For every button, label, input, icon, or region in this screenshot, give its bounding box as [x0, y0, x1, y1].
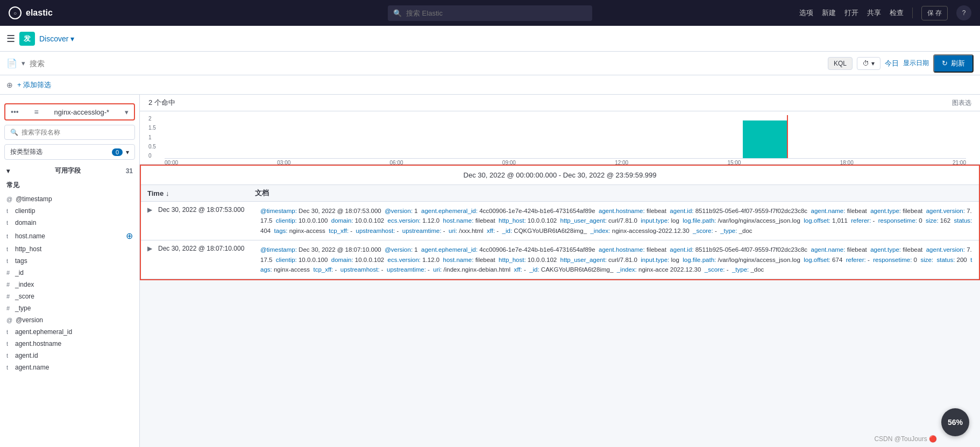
kql-button[interactable]: KQL	[828, 57, 853, 70]
discover-chevron-icon: ▾	[70, 34, 74, 43]
new-link[interactable]: 新建	[822, 8, 836, 18]
share-link[interactable]: 共享	[867, 8, 881, 18]
discover-label: Discover	[39, 34, 68, 43]
field-item-type[interactable]: # _type	[0, 302, 139, 314]
menu-toggle-icon[interactable]: ☰	[6, 33, 15, 45]
chart-toggle-button[interactable]: 图表选	[952, 98, 971, 108]
field-type-icon: #	[6, 269, 12, 276]
today-button[interactable]: 今日	[885, 59, 899, 68]
time-button[interactable]: ⏱ ▾	[857, 57, 880, 70]
field-name: _score	[15, 293, 34, 300]
results-table: Dec 30, 2022 @ 00:00:00.000 - Dec 30, 20…	[140, 165, 980, 280]
col-doc-header: 文档	[255, 188, 972, 198]
chart-area: 2 1.5 1 0.5 0	[140, 111, 980, 165]
search-row-chevron[interactable]: ▾	[22, 59, 25, 67]
field-item-version[interactable]: @ @version	[0, 314, 139, 326]
field-type-icon: t	[6, 329, 12, 335]
available-fields-toggle-icon[interactable]: ▾	[6, 167, 10, 175]
field-item-agent-hostname[interactable]: t agent.hostname	[0, 338, 139, 350]
refresh-button[interactable]: ↻ 刷新	[933, 54, 974, 73]
table-row[interactable]: ▶ Dec 30, 2022 @ 18:07:10.000 @timestamp…	[141, 240, 979, 279]
field-type-icon: #	[6, 281, 12, 288]
options-link[interactable]: 选项	[799, 8, 813, 18]
field-item-timestamp[interactable]: @ @timestamp	[0, 193, 139, 205]
field-name: @version	[16, 316, 43, 324]
y-label-2: 2	[148, 116, 156, 122]
x-label-6: 06:00	[390, 160, 403, 166]
nav-divider	[912, 8, 913, 18]
sidebar: ••• ≡ nginx-accesslog-* ▾ 🔍 按类型筛选 0 ▾ ▾ …	[0, 95, 140, 447]
refresh-label: 刷新	[951, 59, 965, 68]
table-columns: Time ↓ 文档	[141, 185, 979, 202]
chart-canvas: 2 1.5 1 0.5 0	[148, 116, 971, 164]
field-item-index[interactable]: # _index	[0, 279, 139, 290]
field-type-icon: t	[6, 340, 12, 347]
x-label-0: 00:00	[165, 160, 178, 166]
discover-button[interactable]: Discover ▾	[39, 34, 74, 43]
app-badge: 发	[19, 32, 35, 46]
y-label-1: 1	[148, 134, 156, 140]
global-search-icon: 🔍	[393, 9, 402, 17]
field-type-icon: @	[6, 317, 12, 323]
field-item-domain[interactable]: t domain	[0, 217, 139, 229]
index-pattern-selector[interactable]: ••• ≡ nginx-accesslog-* ▾	[4, 103, 135, 120]
top-nav-right: 选项 新建 打开 共享 检查 保 存 ?	[799, 5, 971, 20]
field-item-id[interactable]: # _id	[0, 267, 139, 279]
field-name: tags	[15, 257, 27, 265]
fields-list: @ @timestamp t clientip t domain t host.…	[0, 193, 139, 373]
field-name: clientip	[15, 207, 35, 215]
content-area: 2 个命中 图表选 2 1.5 1 0.5 0	[140, 95, 980, 447]
field-item-tags[interactable]: t tags	[0, 255, 139, 267]
add-filter-button[interactable]: + 添加筛选	[17, 80, 51, 90]
help-icon[interactable]: ?	[956, 5, 971, 20]
field-type-icon: t	[6, 352, 12, 359]
field-add-icon[interactable]: ⊕	[126, 231, 133, 241]
field-item-http-host[interactable]: t http_host	[0, 243, 139, 255]
fields-icon: ≡	[34, 108, 39, 116]
elastic-logo-text: elastic	[26, 8, 53, 18]
field-name: _id	[15, 269, 24, 276]
global-search-input[interactable]	[388, 5, 592, 21]
scroll-percentage-badge[interactable]: 56%	[941, 408, 969, 436]
inspect-link[interactable]: 检查	[890, 8, 904, 18]
search-row-icon: 📄	[6, 58, 17, 68]
index-pattern-label: nginx-accesslog-*	[54, 108, 110, 116]
row-expand-icon[interactable]: ▶	[147, 245, 156, 274]
filter-by-type-label: 按类型筛选	[10, 147, 42, 157]
row-expand-icon[interactable]: ▶	[147, 206, 156, 236]
field-search-input[interactable]	[22, 129, 129, 136]
field-type-icon: t	[6, 258, 12, 264]
search-input[interactable]	[30, 59, 823, 68]
available-fields-header: ▾ 可用字段 31	[0, 162, 139, 178]
available-fields-label: 可用字段	[55, 166, 81, 175]
field-type-icon: @	[6, 196, 12, 202]
field-item-ephemeral-id[interactable]: t agent.ephemeral_id	[0, 326, 139, 338]
open-link[interactable]: 打开	[844, 8, 858, 18]
field-name: _type	[15, 304, 31, 312]
index-dots-button[interactable]: •••	[11, 108, 19, 116]
field-search-icon: 🔍	[10, 129, 18, 136]
field-item-agent-name[interactable]: t agent.name	[0, 361, 139, 373]
field-name: agent.ephemeral_id	[15, 328, 72, 336]
main-content: ••• ≡ nginx-accesslog-* ▾ 🔍 按类型筛选 0 ▾ ▾ …	[0, 95, 980, 447]
display-date-button[interactable]: 显示日期	[903, 59, 929, 68]
field-item-hostname[interactable]: t host.name ⊕	[0, 229, 139, 243]
toolbar-left: ☰ 发 Discover ▾	[6, 32, 974, 46]
save-button[interactable]: 保 存	[921, 6, 948, 20]
field-search-box: 🔍	[4, 125, 135, 140]
elastic-logo[interactable]: ○ elastic	[9, 6, 53, 19]
y-label-0: 0	[148, 153, 156, 159]
elastic-logo-circle: ○	[9, 6, 22, 19]
y-label-05: 0.5	[148, 144, 156, 150]
filter-by-type-dropdown[interactable]: 按类型筛选 0 ▾	[4, 144, 135, 160]
y-label-15: 1.5	[148, 125, 156, 131]
field-item-agent-id[interactable]: t agent.id	[0, 350, 139, 361]
x-label-21: 21:00	[953, 160, 966, 166]
sort-icon: ↓	[166, 189, 169, 197]
x-label-12: 12:00	[615, 160, 628, 166]
col-time-header[interactable]: Time ↓	[147, 188, 255, 198]
field-item-score[interactable]: # _score	[0, 290, 139, 302]
field-type-icon: #	[6, 305, 12, 311]
table-row[interactable]: ▶ Dec 30, 2022 @ 18:07:53.000 @timestamp…	[141, 202, 979, 240]
field-item-clientip[interactable]: t clientip	[0, 205, 139, 217]
